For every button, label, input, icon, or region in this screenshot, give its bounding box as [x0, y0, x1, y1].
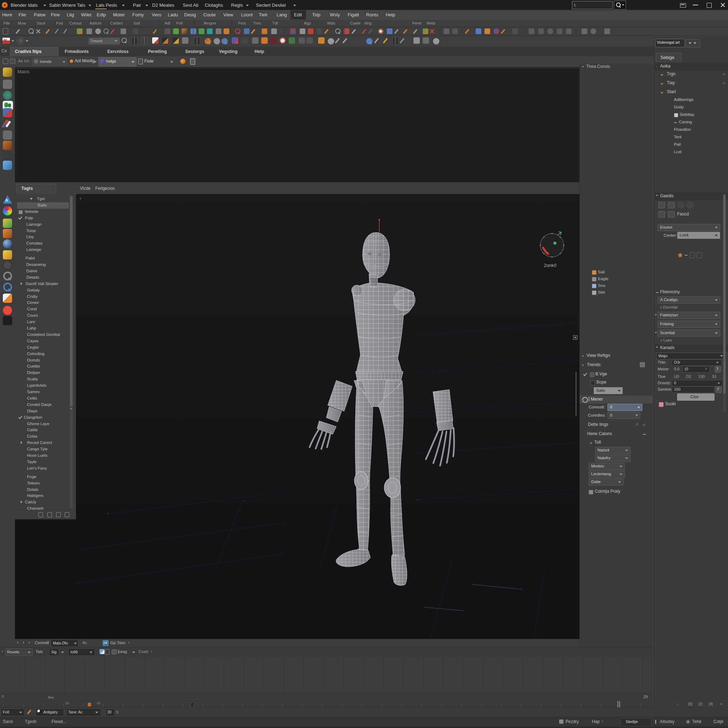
svg-text:2onk0: 2onk0	[544, 263, 556, 268]
